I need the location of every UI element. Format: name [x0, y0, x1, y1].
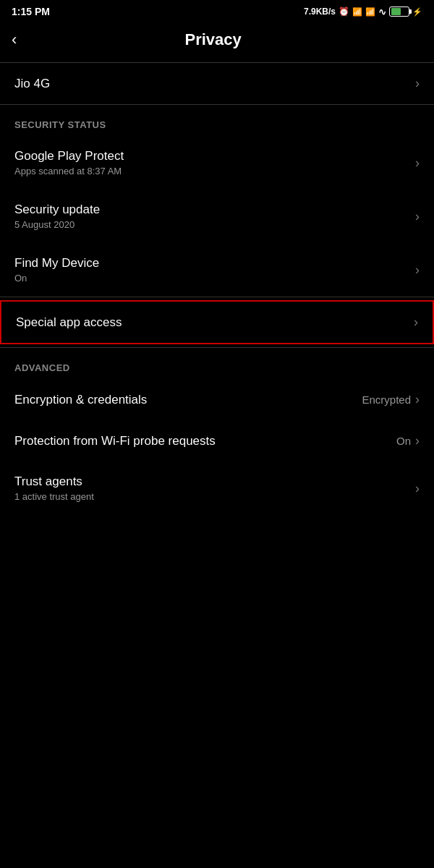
trust-agents-content: Trust agents 1 active trust agent: [14, 475, 415, 502]
trust-agents-item[interactable]: Trust agents 1 active trust agent ›: [0, 461, 434, 515]
jio4g-item[interactable]: Jio 4G ›: [0, 63, 434, 104]
jio4g-title: Jio 4G: [14, 77, 415, 91]
page-header: ‹ Privacy: [0, 20, 434, 62]
jio4g-chevron: ›: [415, 76, 420, 91]
google-play-protect-subtitle: Apps scanned at 8:37 AM: [14, 166, 415, 176]
trust-agents-subtitle: 1 active trust agent: [14, 491, 415, 502]
special-app-access-chevron: ›: [414, 315, 418, 330]
speed-indicator: 7.9KB/s: [304, 7, 336, 17]
divider-2: [0, 297, 434, 297]
battery-bolt: ⚡: [412, 7, 422, 17]
google-play-protect-chevron: ›: [415, 156, 420, 171]
special-app-access-content: Special app access: [16, 315, 414, 330]
security-update-item[interactable]: Security update 5 August 2020 ›: [0, 190, 434, 243]
special-app-access-title: Special app access: [16, 315, 414, 330]
alarm-icon: ⏰: [339, 7, 349, 17]
status-time: 1:15 PM: [12, 6, 50, 17]
security-update-chevron: ›: [415, 209, 420, 224]
advanced-header: ADVANCED: [0, 348, 434, 379]
jio4g-content: Jio 4G: [14, 77, 415, 91]
security-update-title: Security update: [14, 203, 415, 217]
page-title: Privacy: [25, 30, 422, 49]
find-my-device-item[interactable]: Find My Device On ›: [0, 243, 434, 297]
signal-icon-2: 📶: [365, 7, 375, 17]
status-right: 7.9KB/s ⏰ 📶 📶 ∿ ⚡: [304, 7, 422, 17]
find-my-device-subtitle: On: [14, 273, 415, 284]
special-app-access-item[interactable]: Special app access ›: [0, 300, 434, 344]
wifi-probe-chevron: ›: [415, 433, 420, 448]
find-my-device-chevron: ›: [415, 263, 420, 278]
security-update-subtitle: 5 August 2020: [14, 219, 415, 230]
back-button[interactable]: ‹: [12, 29, 25, 51]
wifi-probe-item[interactable]: Protection from Wi-Fi probe requests On …: [0, 420, 434, 461]
wifi-icon: ∿: [378, 7, 386, 17]
wifi-probe-content: Protection from Wi-Fi probe requests: [14, 434, 396, 448]
battery-icon: [389, 7, 409, 17]
wifi-probe-value: On: [396, 435, 411, 447]
google-play-protect-item[interactable]: Google Play Protect Apps scanned at 8:37…: [0, 136, 434, 190]
security-update-content: Security update 5 August 2020: [14, 203, 415, 230]
security-status-header: SECURITY STATUS: [0, 105, 434, 136]
wifi-probe-title: Protection from Wi-Fi probe requests: [14, 434, 396, 448]
google-play-protect-content: Google Play Protect Apps scanned at 8:37…: [14, 149, 415, 176]
find-my-device-content: Find My Device On: [14, 256, 415, 284]
trust-agents-title: Trust agents: [14, 475, 415, 489]
find-my-device-title: Find My Device: [14, 256, 415, 271]
encryption-credentials-content: Encryption & credentials: [14, 393, 362, 407]
encryption-credentials-value: Encrypted: [362, 393, 411, 406]
encryption-credentials-chevron: ›: [415, 392, 420, 407]
status-bar: 1:15 PM 7.9KB/s ⏰ 📶 📶 ∿ ⚡: [0, 0, 434, 20]
google-play-protect-title: Google Play Protect: [14, 149, 415, 163]
battery-tip: [409, 9, 412, 14]
encryption-credentials-item[interactable]: Encryption & credentials Encrypted ›: [0, 379, 434, 420]
signal-icon-1: 📶: [352, 7, 362, 17]
encryption-credentials-title: Encryption & credentials: [14, 393, 362, 407]
trust-agents-chevron: ›: [415, 481, 420, 496]
battery-fill: [391, 8, 401, 15]
